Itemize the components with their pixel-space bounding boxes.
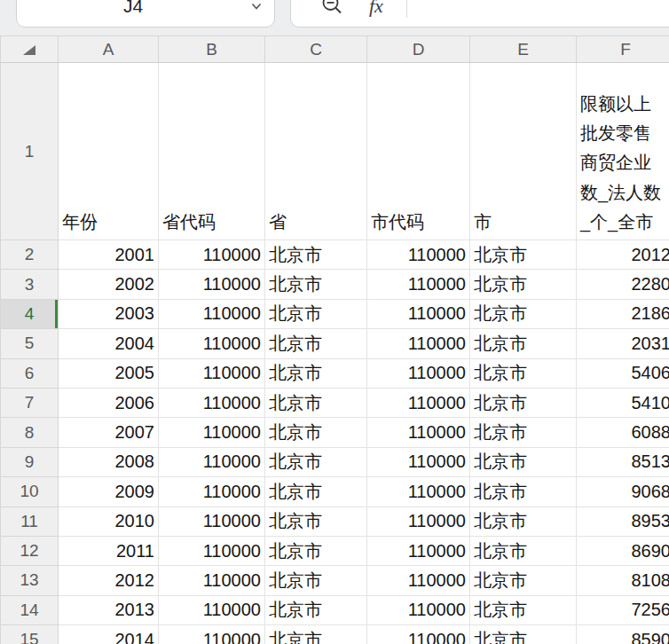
cell[interactable]: 110000: [159, 270, 265, 299]
cell[interactable]: 110000: [159, 358, 265, 388]
cell[interactable]: 北京市: [265, 507, 367, 536]
cell[interactable]: 北京市: [470, 507, 577, 536]
cell[interactable]: 8108: [577, 566, 669, 595]
cell-e1[interactable]: 市: [470, 63, 577, 240]
cell[interactable]: 110000: [367, 329, 470, 358]
cell[interactable]: 北京市: [470, 536, 577, 565]
cell-f1[interactable]: 限额以上批发零售商贸企业数_法人数_个_全市: [577, 63, 669, 240]
cell[interactable]: 北京市: [470, 270, 577, 299]
cell[interactable]: 2031: [577, 329, 669, 358]
cell[interactable]: 2012: [577, 240, 669, 270]
cell[interactable]: 2013: [59, 595, 159, 624]
cell[interactable]: 北京市: [265, 240, 367, 270]
name-box-value[interactable]: J4: [123, 0, 143, 17]
cell[interactable]: 110000: [367, 388, 470, 417]
cell-c1[interactable]: 省: [265, 63, 367, 240]
cell[interactable]: 110000: [367, 536, 470, 565]
formula-bar[interactable]: fx: [290, 0, 669, 27]
column-header-d[interactable]: D: [367, 36, 470, 63]
fx-insert-function-icon[interactable]: fx: [369, 0, 383, 18]
cell[interactable]: 2004: [59, 329, 159, 358]
cell[interactable]: 8513: [577, 447, 669, 476]
cell[interactable]: 北京市: [470, 418, 577, 447]
row-header-4[interactable]: 4: [1, 299, 59, 328]
cell[interactable]: 2011: [59, 536, 159, 565]
row-header-5[interactable]: 5: [1, 329, 59, 358]
cell-a1[interactable]: 年份: [59, 63, 159, 240]
cell[interactable]: 110000: [159, 240, 265, 270]
cell[interactable]: 2006: [59, 388, 159, 417]
cell-b1[interactable]: 省代码: [159, 63, 265, 240]
cell[interactable]: 110000: [367, 507, 470, 536]
cell[interactable]: 110000: [159, 388, 265, 417]
cell[interactable]: 110000: [159, 418, 265, 447]
row-header-14[interactable]: 14: [1, 595, 59, 624]
cell[interactable]: 北京市: [470, 358, 577, 388]
column-header-a[interactable]: A: [59, 36, 159, 63]
cell[interactable]: 110000: [367, 240, 470, 270]
column-header-e[interactable]: E: [470, 36, 577, 63]
select-all-corner[interactable]: [1, 36, 59, 63]
cell[interactable]: 2280: [577, 270, 669, 299]
cell[interactable]: 2010: [59, 507, 159, 536]
cell[interactable]: 110000: [367, 447, 470, 476]
cell[interactable]: 北京市: [470, 299, 577, 328]
cell[interactable]: 110000: [159, 595, 265, 624]
zoom-out-magnifier-icon[interactable]: [321, 0, 344, 18]
cell[interactable]: 110000: [367, 358, 470, 388]
cell[interactable]: 北京市: [265, 595, 367, 624]
cell[interactable]: 110000: [159, 566, 265, 595]
cell[interactable]: 北京市: [470, 625, 577, 644]
cell[interactable]: 5406: [577, 358, 669, 388]
column-header-c[interactable]: C: [265, 36, 367, 63]
cell[interactable]: 北京市: [265, 358, 367, 388]
cell[interactable]: 北京市: [265, 388, 367, 417]
row-header-6[interactable]: 6: [1, 358, 59, 388]
cell[interactable]: 9068: [577, 477, 669, 507]
cell[interactable]: 北京市: [470, 477, 577, 507]
cell[interactable]: 110000: [367, 270, 470, 299]
cell[interactable]: 2012: [59, 566, 159, 595]
formula-input[interactable]: [407, 0, 669, 27]
row-header-2[interactable]: 2: [1, 240, 59, 270]
row-header-9[interactable]: 9: [1, 447, 59, 476]
row-header-13[interactable]: 13: [1, 566, 59, 595]
cell[interactable]: 110000: [159, 625, 265, 644]
cell[interactable]: 8953: [577, 507, 669, 536]
cell[interactable]: 北京市: [470, 447, 577, 476]
cell[interactable]: 北京市: [265, 329, 367, 358]
cell[interactable]: 北京市: [265, 270, 367, 299]
row-header-10[interactable]: 10: [1, 477, 59, 507]
cell[interactable]: 2007: [59, 418, 159, 447]
cell[interactable]: 110000: [159, 299, 265, 328]
column-header-b[interactable]: B: [159, 36, 265, 63]
cell[interactable]: 110000: [159, 329, 265, 358]
cell[interactable]: 5410: [577, 388, 669, 417]
cell[interactable]: 北京市: [265, 536, 367, 565]
cell[interactable]: 北京市: [265, 418, 367, 447]
cell[interactable]: 110000: [367, 566, 470, 595]
row-header-7[interactable]: 7: [1, 388, 59, 417]
cell[interactable]: 110000: [159, 507, 265, 536]
cell[interactable]: 110000: [159, 477, 265, 507]
cell[interactable]: 2008: [59, 447, 159, 476]
cell[interactable]: 7256: [577, 595, 669, 624]
cell[interactable]: 北京市: [265, 477, 367, 507]
cell[interactable]: 8690: [577, 536, 669, 565]
cell[interactable]: 8590: [577, 625, 669, 644]
cell[interactable]: 110000: [367, 625, 470, 644]
cell[interactable]: 2002: [59, 270, 159, 299]
cell[interactable]: 110000: [159, 536, 265, 565]
row-header-12[interactable]: 12: [1, 536, 59, 565]
cell[interactable]: 2001: [59, 240, 159, 270]
cell[interactable]: 110000: [159, 447, 265, 476]
cell-d1[interactable]: 市代码: [367, 63, 470, 240]
row-header-15[interactable]: 15: [1, 625, 59, 644]
cell[interactable]: 110000: [367, 595, 470, 624]
row-header-11[interactable]: 11: [1, 507, 59, 536]
cell[interactable]: 北京市: [265, 566, 367, 595]
cell[interactable]: 北京市: [470, 595, 577, 624]
cell[interactable]: 北京市: [470, 388, 577, 417]
cell[interactable]: 北京市: [265, 625, 367, 644]
row-header-1[interactable]: 1: [1, 63, 59, 240]
